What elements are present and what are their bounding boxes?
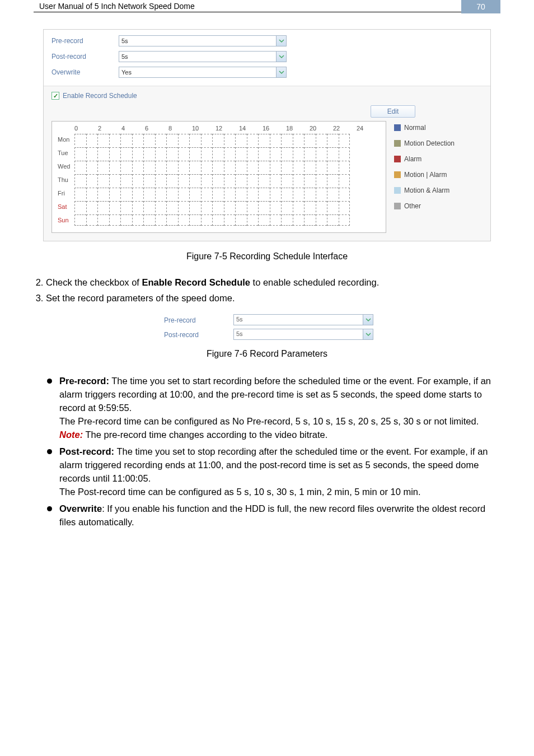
- schedule-cell[interactable]: [155, 147, 167, 158]
- schedule-cell[interactable]: [339, 214, 350, 226]
- schedule-cell[interactable]: [235, 147, 247, 158]
- schedule-cell[interactable]: [178, 174, 190, 185]
- schedule-cell[interactable]: [201, 188, 213, 199]
- schedule-cell[interactable]: [304, 174, 316, 185]
- schedule-cell[interactable]: [224, 201, 236, 212]
- schedule-cell[interactable]: [327, 188, 339, 199]
- schedule-cell[interactable]: [74, 134, 86, 145]
- chevron-down-icon[interactable]: [276, 36, 286, 46]
- schedule-cell[interactable]: [235, 134, 247, 145]
- schedule-cell[interactable]: [293, 174, 305, 185]
- schedule-cell[interactable]: [189, 134, 201, 145]
- schedule-cell[interactable]: [293, 214, 305, 226]
- schedule-cell[interactable]: [143, 201, 155, 212]
- schedule-cell[interactable]: [178, 134, 190, 145]
- schedule-cell[interactable]: [258, 201, 270, 212]
- schedule-cell[interactable]: [224, 188, 236, 199]
- schedule-cell[interactable]: [74, 214, 86, 226]
- schedule-cell[interactable]: [235, 161, 247, 172]
- schedule-cell[interactable]: [235, 201, 247, 212]
- schedule-cell[interactable]: [178, 201, 190, 212]
- schedule-cell[interactable]: [293, 161, 305, 172]
- schedule-cell[interactable]: [132, 188, 144, 199]
- schedule-cell[interactable]: [86, 214, 98, 226]
- schedule-cell[interactable]: [74, 161, 86, 172]
- schedule-cell[interactable]: [143, 147, 155, 158]
- schedule-cell[interactable]: [270, 147, 282, 158]
- schedule-cell[interactable]: [109, 188, 121, 199]
- schedule-cell[interactable]: [143, 174, 155, 185]
- schedule-cell[interactable]: [74, 201, 86, 212]
- schedule-cell[interactable]: [143, 214, 155, 226]
- schedule-cell[interactable]: [97, 161, 109, 172]
- schedule-cell[interactable]: [155, 201, 167, 212]
- schedule-cell[interactable]: [143, 188, 155, 199]
- schedule-cell[interactable]: [120, 147, 132, 158]
- schedule-cell[interactable]: [166, 147, 178, 158]
- schedule-cell[interactable]: [201, 134, 213, 145]
- schedule-cell[interactable]: [224, 214, 236, 226]
- schedule-cell[interactable]: [109, 174, 121, 185]
- schedule-cell[interactable]: [316, 161, 327, 172]
- schedule-cell[interactable]: [339, 201, 350, 212]
- schedule-cell[interactable]: [304, 134, 316, 145]
- schedule-cell[interactable]: [235, 214, 247, 226]
- schedule-cell[interactable]: [258, 174, 270, 185]
- schedule-cell[interactable]: [339, 174, 350, 185]
- schedule-cell[interactable]: [304, 201, 316, 212]
- schedule-cell[interactable]: [258, 134, 270, 145]
- schedule-cell[interactable]: [189, 161, 201, 172]
- schedule-cell[interactable]: [270, 188, 282, 199]
- schedule-cell[interactable]: [327, 161, 339, 172]
- schedule-cell[interactable]: [327, 174, 339, 185]
- schedule-cell[interactable]: [270, 201, 282, 212]
- schedule-cell[interactable]: [178, 188, 190, 199]
- schedule-cell[interactable]: [304, 188, 316, 199]
- overwrite-select[interactable]: Yes: [119, 67, 287, 78]
- schedule-cell[interactable]: [293, 134, 305, 145]
- chevron-down-icon[interactable]: [363, 329, 373, 339]
- schedule-cell[interactable]: [212, 201, 224, 212]
- schedule-cell[interactable]: [189, 147, 201, 158]
- schedule-cell[interactable]: [166, 188, 178, 199]
- schedule-cell[interactable]: [224, 147, 236, 158]
- schedule-cell[interactable]: [247, 188, 259, 199]
- schedule-cell[interactable]: [132, 174, 144, 185]
- schedule-cell[interactable]: [293, 201, 305, 212]
- schedule-cell[interactable]: [97, 134, 109, 145]
- schedule-cell[interactable]: [155, 174, 167, 185]
- schedule-cell[interactable]: [304, 161, 316, 172]
- schedule-cell[interactable]: [247, 214, 259, 226]
- schedule-cell[interactable]: [97, 147, 109, 158]
- schedule-cell[interactable]: [97, 201, 109, 212]
- schedule-cell[interactable]: [270, 214, 282, 226]
- schedule-cell[interactable]: [224, 134, 236, 145]
- schedule-cell[interactable]: [166, 214, 178, 226]
- schedule-cell[interactable]: [189, 188, 201, 199]
- chevron-down-icon[interactable]: [276, 52, 286, 62]
- schedule-cell[interactable]: [316, 174, 327, 185]
- schedule-cell[interactable]: [339, 134, 350, 145]
- schedule-cell[interactable]: [155, 188, 167, 199]
- schedule-cell[interactable]: [120, 214, 132, 226]
- schedule-cell[interactable]: [155, 161, 167, 172]
- schedule-cell[interactable]: [189, 201, 201, 212]
- schedule-cell[interactable]: [178, 161, 190, 172]
- schedule-cell[interactable]: [166, 161, 178, 172]
- edit-button[interactable]: Edit: [371, 105, 415, 118]
- schedule-cell[interactable]: [97, 188, 109, 199]
- schedule-cell[interactable]: [247, 174, 259, 185]
- schedule-cell[interactable]: [97, 174, 109, 185]
- schedule-cell[interactable]: [143, 134, 155, 145]
- schedule-cell[interactable]: [293, 188, 305, 199]
- chevron-down-icon[interactable]: [276, 67, 286, 77]
- schedule-cell[interactable]: [155, 134, 167, 145]
- schedule-cell[interactable]: [281, 147, 293, 158]
- schedule-cell[interactable]: [132, 134, 144, 145]
- schedule-cell[interactable]: [201, 214, 213, 226]
- schedule-cell[interactable]: [178, 147, 190, 158]
- schedule-cell[interactable]: [316, 147, 327, 158]
- schedule-cell[interactable]: [281, 201, 293, 212]
- schedule-cell[interactable]: [155, 214, 167, 226]
- schedule-cell[interactable]: [212, 161, 224, 172]
